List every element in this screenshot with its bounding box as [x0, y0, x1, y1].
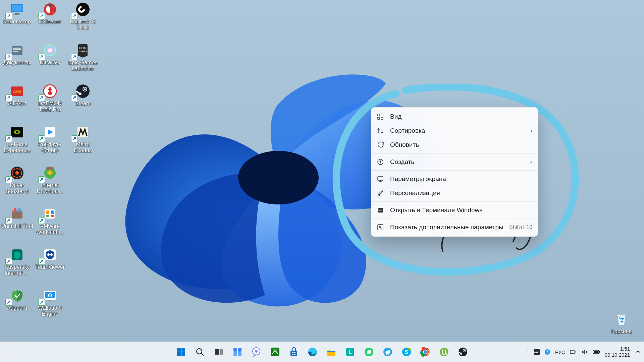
taskbar-msstore-button[interactable]	[286, 344, 302, 360]
taskbar-edge-button[interactable]	[305, 344, 321, 360]
context-menu-item-more[interactable]: Показать дополнительные параметрыShift+F…	[371, 220, 538, 234]
context-menu-label: Обновить	[390, 141, 532, 148]
shortcut-overlay-icon: ↗	[38, 95, 45, 101]
desktop-icon-label: Kaspersky Internet …	[1, 264, 33, 276]
desktop-icon-aida[interactable]: A64↗AIDA64	[1, 83, 34, 107]
svg-point-76	[255, 350, 258, 353]
xbox-icon	[270, 347, 280, 357]
svg-rect-106	[594, 351, 598, 353]
desktop-icon-label: DAEMON Tools Pro	[34, 101, 66, 113]
context-menu-item-refresh[interactable]: Обновить	[371, 138, 538, 152]
desktop-icon-documents[interactable]: ↗Документы	[1, 42, 34, 66]
widgets-icon	[232, 347, 243, 357]
taskbar-taskview-button[interactable]	[211, 344, 227, 360]
taskbar-skype-button[interactable]: S	[398, 344, 415, 360]
shortcut-overlay-icon: ↗	[5, 299, 12, 306]
more-icon	[377, 224, 384, 231]
systray-language[interactable]: РУС	[555, 349, 565, 355]
taskbar-whatsapp-button[interactable]	[361, 344, 377, 360]
taskbar-explorer-button[interactable]	[323, 344, 339, 360]
svg-rect-7	[49, 4, 51, 7]
svg-text:L: L	[348, 349, 352, 355]
desktop-icon-label: PotPlayer (64-bit)	[34, 141, 66, 154]
context-menu-label: Вид	[390, 113, 532, 120]
taskbar-chrome-button[interactable]	[417, 344, 433, 360]
shortcut-overlay-icon: ↗	[5, 13, 12, 19]
desktop-icon-steam[interactable]: ↗Steam	[66, 83, 99, 107]
systray-date: 09.10.2021	[605, 352, 630, 358]
svg-rect-4	[14, 14, 20, 15]
desktop[interactable]: ↗Компьютер↗CCleaner↗Logitech G HUB↗Докум…	[0, 0, 644, 342]
shortcut-overlay-icon: ↗	[5, 217, 12, 224]
context-menu-separator	[371, 219, 538, 219]
taskbar-center: LS	[173, 344, 471, 360]
systray-volume-icon[interactable]	[581, 349, 588, 355]
desktop-icon-daemon[interactable]: ↗DAEMON Tools Pro	[34, 83, 66, 113]
desktop-icon-potplayer[interactable]: ↗PotPlayer (64-bit)	[34, 124, 66, 154]
brush-icon	[377, 189, 384, 197]
context-menu-item-brush[interactable]: Персонализация	[371, 186, 538, 200]
desktop-icon-uninstall[interactable]: ↗Uninstall Tool	[1, 206, 34, 229]
taskbar-search-button[interactable]	[192, 344, 208, 360]
taskbar-utorrent-button[interactable]	[436, 344, 452, 360]
desktop-icon-kaspersky[interactable]: ↗Kaspersky Internet …	[1, 247, 34, 276]
systray-time: 1:51	[605, 346, 630, 352]
desktop-icon-vmware[interactable]: ↗VMware Workstati…	[34, 206, 66, 235]
desktop-icon-label: GeForce Experience	[1, 141, 33, 154]
taskbar-steam-button[interactable]	[455, 344, 471, 360]
context-menu-item-display[interactable]: Параметры экрана	[371, 172, 538, 186]
svg-rect-54	[48, 300, 52, 301]
systray-battery-icon[interactable]	[593, 350, 600, 354]
systray-overflow[interactable]: ˄	[526, 349, 529, 355]
svg-rect-2	[12, 5, 22, 11]
desktop-icon-label: Driver Booster 8	[1, 182, 33, 194]
svg-rect-55	[617, 314, 626, 316]
desktop-icon-epic[interactable]: EPICGAMES↗Epic Games Launcher	[66, 42, 99, 72]
svg-rect-70	[220, 349, 223, 355]
context-menu-shortcut: Shift+F10	[509, 224, 532, 230]
svg-rect-71	[233, 348, 237, 352]
systray-epic-icon[interactable]: EPIC	[534, 349, 540, 355]
desktop-icon-logitech[interactable]: ↗Logitech G HUB	[66, 1, 99, 31]
shortcut-overlay-icon: ↗	[5, 176, 12, 183]
systray-notifications-icon[interactable]	[635, 349, 641, 355]
desktop-icon-metro[interactable]: ↗Metro Exodus	[66, 124, 99, 154]
desktop-icon-label: VMware Workstati…	[34, 223, 66, 235]
context-menu-item-grid[interactable]: Вид	[371, 110, 538, 124]
chevron-right-icon: ›	[530, 127, 532, 134]
systray-network-icon[interactable]	[570, 349, 577, 355]
desktop-icon-ccleaner[interactable]: ↗CCleaner	[34, 1, 66, 25]
desktop-icon-label: AIDA64	[8, 101, 26, 107]
taskbar-telegram-button[interactable]	[380, 344, 396, 360]
context-menu-separator	[371, 153, 538, 154]
desktop-icon-computer[interactable]: ↗Компьютер	[1, 1, 34, 25]
shortcut-overlay-icon: ↗	[5, 135, 12, 142]
desktop-icon-ultraiso[interactable]: ↗UltraISO	[34, 42, 66, 66]
taskbar-widgets-button[interactable]	[229, 344, 246, 360]
taskbar-librera-button[interactable]: L	[342, 344, 358, 360]
svg-point-90	[408, 348, 411, 351]
svg-rect-56	[378, 114, 380, 116]
desktop-icon-geforce[interactable]: ↗GeForce Experience	[1, 124, 34, 154]
taskbar-start-button[interactable]	[173, 344, 189, 360]
desktop-icon-teamviewer[interactable]: ↗TeamViewer	[34, 247, 66, 270]
recycle-bin-icon	[611, 311, 632, 327]
taskbar-xbox-button[interactable]	[267, 344, 283, 360]
systray-clock[interactable]: 1:51 09.10.2021	[605, 346, 630, 358]
search-icon	[195, 347, 205, 357]
desktop-icon-label: Epic Games Launcher	[67, 60, 99, 72]
desktop-icon-adguard[interactable]: ↗Adguard	[1, 288, 34, 311]
context-menu-item-terminal[interactable]: Открыть в Терминале Windows	[371, 203, 538, 217]
context-menu-item-plus[interactable]: Создать›	[371, 155, 538, 169]
svg-rect-81	[294, 354, 296, 355]
taskbar-chat-button[interactable]	[248, 344, 264, 360]
context-menu-item-sort[interactable]: Сортировка›	[371, 124, 538, 138]
desktop-icon-idm[interactable]: ↗Internet Downloa…	[34, 165, 66, 194]
shortcut-overlay-icon: ↗	[71, 135, 78, 142]
desktop-icon-recycle-bin[interactable]: Корзина	[605, 311, 638, 335]
desktop-icon-wallpaper[interactable]: ↗Wallpaper Engine	[34, 288, 66, 317]
svg-rect-78	[292, 352, 293, 353]
telegram-icon	[382, 347, 393, 357]
desktop-icon-driverbooster[interactable]: ↗Driver Booster 8	[1, 165, 34, 194]
systray-clock-icon[interactable]	[544, 349, 550, 355]
